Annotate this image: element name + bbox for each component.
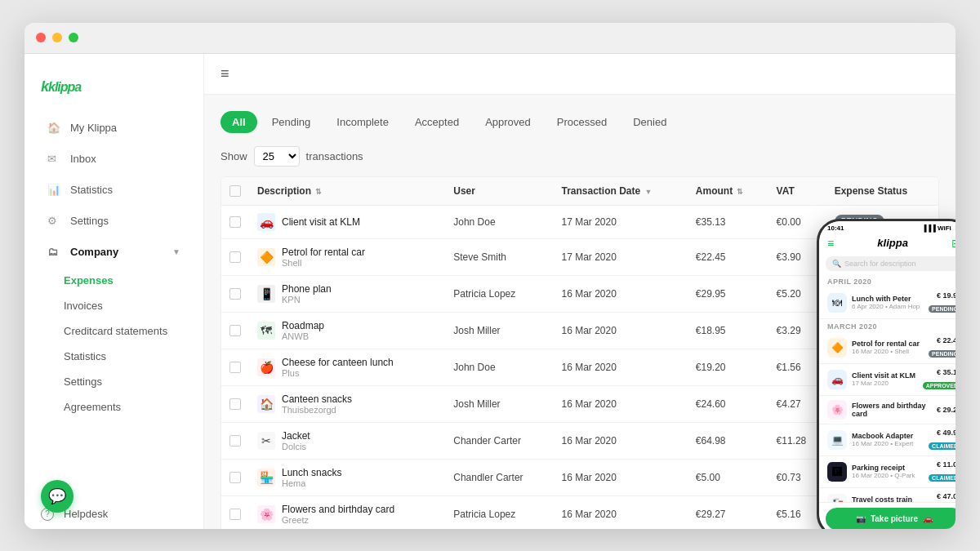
phone-item-info: Flowers and birthday card — [852, 402, 932, 418]
row-date: 16 Mar 2020 — [553, 312, 687, 349]
settings-icon: ⚙ — [47, 215, 60, 228]
phone-list-item[interactable]: 🌸 Flowers and birthday card € 29.27 — [819, 396, 956, 424]
row-checkbox[interactable] — [229, 435, 241, 447]
tab-pending[interactable]: Pending — [261, 111, 323, 133]
row-icon: 🏪 — [257, 469, 275, 487]
tab-accepted[interactable]: Accepted — [403, 111, 470, 133]
sidebar-item-inbox[interactable]: ✉ Inbox — [31, 144, 197, 174]
maximize-dot[interactable] — [69, 33, 78, 42]
row-user: Steve Smith — [445, 238, 553, 275]
sidebar-item-company[interactable]: 🗂 Company ▼ — [31, 238, 197, 267]
row-user: John Doe — [445, 349, 553, 385]
row-amount: €64.98 — [688, 422, 768, 459]
sidebar-item-agreements[interactable]: Agreements — [24, 394, 203, 420]
row-checkbox-cell — [221, 312, 249, 349]
phone-logo: klippa — [877, 237, 908, 249]
row-checkbox[interactable] — [229, 362, 241, 373]
phone-item-info: Macbook Adapter 16 Mar 2020 • Expert — [852, 432, 924, 447]
phone-item-info: Travel costs train 14 Mar 2020 • Expert — [852, 495, 929, 502]
phone-search-bar[interactable]: 🔍 Search for description — [826, 256, 956, 271]
phone-list-item[interactable]: 💻 Macbook Adapter 16 Mar 2020 • Expert €… — [819, 424, 956, 456]
row-date: 16 Mar 2020 — [553, 349, 687, 385]
row-description-cell: 🚗 Client visit at KLM — [249, 205, 445, 238]
row-date: 16 Mar 2020 — [553, 495, 687, 529]
row-checkbox[interactable] — [229, 216, 241, 228]
row-description-cell: 🍎 Cheese for canteen lunch Plus — [249, 349, 445, 385]
phone-list-item[interactable]: 🅿 Parking receipt 16 Mar 2020 • Q-Park €… — [819, 456, 956, 488]
sort-arrow-date: ▼ — [645, 188, 653, 196]
browser-body: kklippa 🏠 My Klippa ✉ Inbox 📊 Statistics… — [24, 54, 956, 529]
row-amount: €35.13 — [688, 205, 768, 238]
row-checkbox[interactable] — [229, 398, 241, 410]
sidebar-item-creditcard[interactable]: Creditcard statements — [24, 318, 203, 344]
phone-item-amount: € 11.00 — [929, 460, 956, 469]
row-checkbox-cell — [221, 349, 249, 385]
amount-header[interactable]: Amount ⇅ — [688, 177, 768, 206]
phone-item-icon: 💻 — [827, 430, 847, 450]
row-icon: 🔶 — [257, 248, 275, 266]
phone-list-item[interactable]: 🍽 Lunch with Peter 6 Apr 2020 • Adam Hop… — [819, 287, 956, 319]
phone-list-item[interactable]: 🔶 Petrol for rental car 16 Mar 2020 • Sh… — [819, 332, 956, 364]
row-date: 16 Mar 2020 — [553, 275, 687, 312]
phone-search-placeholder: Search for description — [844, 260, 916, 268]
phone-item-amount: € 19.93 — [929, 291, 956, 300]
row-user: Patricia Lopez — [445, 275, 553, 312]
sidebar-item-settings-sub[interactable]: Settings — [24, 369, 203, 394]
row-icon: 🌸 — [257, 505, 275, 523]
sidebar-item-statistics[interactable]: 📊 Statistics — [31, 176, 197, 205]
sidebar-item-statistics-sub[interactable]: Statistics — [24, 344, 203, 369]
take-picture-button[interactable]: 📷 Take picture 🚗 — [826, 508, 956, 529]
close-dot[interactable] — [36, 33, 46, 42]
phone-item-badge: CLAIMED — [929, 442, 956, 450]
phone-item-name: Travel costs train — [852, 495, 929, 502]
chat-icon: 💬 — [48, 487, 66, 505]
phone-bottom-bar: 📷 Take picture 🚗 — [819, 502, 956, 529]
tab-approved[interactable]: Approved — [474, 111, 542, 133]
tab-denied[interactable]: Denied — [621, 111, 678, 133]
sidebar-item-settings[interactable]: ⚙ Settings — [31, 207, 197, 236]
hamburger-menu[interactable]: ≡ — [220, 65, 229, 82]
phone-item-info: Lunch with Peter 6 Apr 2020 • Adam Hop — [852, 295, 924, 310]
phone-list-item[interactable]: 🚂 Travel costs train 14 Mar 2020 • Exper… — [819, 488, 956, 502]
phone-item-sub: 16 Mar 2020 • Q-Park — [852, 472, 924, 479]
tab-incomplete[interactable]: Incomplete — [325, 111, 400, 133]
row-checkbox[interactable] — [229, 472, 241, 483]
phone-grid-icon[interactable]: ⊞ — [951, 237, 956, 250]
row-user: Josh Miller — [445, 312, 553, 349]
phone-item-sub: 17 Mar 2020 — [852, 380, 918, 387]
row-date: 16 Mar 2020 — [553, 459, 687, 495]
sidebar-item-my-klippa[interactable]: 🏠 My Klippa — [31, 113, 197, 143]
phone-menu-icon[interactable]: ≡ — [827, 237, 834, 250]
row-description-cell: 🏪 Lunch snacks Hema — [249, 459, 445, 495]
date-header[interactable]: Transaction Date ▼ — [553, 177, 687, 206]
select-all-checkbox[interactable] — [229, 185, 241, 197]
minimize-dot[interactable] — [52, 33, 62, 42]
phone-header: ≡ klippa ⊞ — [819, 233, 956, 253]
row-checkbox[interactable] — [229, 509, 241, 520]
sidebar-item-invoices[interactable]: Invoices — [24, 293, 203, 318]
chat-button[interactable]: 💬 — [41, 480, 74, 513]
row-icon: 🍎 — [257, 358, 275, 376]
sidebar-item-expenses[interactable]: Expenses — [24, 268, 203, 293]
tab-processed[interactable]: Processed — [546, 111, 618, 133]
row-checkbox[interactable] — [229, 251, 241, 263]
tab-all[interactable]: All — [220, 111, 257, 133]
row-user: Chandler Carter — [445, 459, 553, 495]
row-checkbox[interactable] — [229, 325, 241, 336]
phone-list-item[interactable]: 🚗 Client visit at KLM 17 Mar 2020 € 35.1… — [819, 364, 956, 396]
row-checkbox[interactable] — [229, 288, 241, 300]
row-name: Flowers and birthday card — [282, 504, 394, 515]
inbox-icon: ✉ — [47, 153, 60, 166]
transactions-per-page-select[interactable]: 25 50 100 — [254, 146, 300, 167]
row-amount: €5.00 — [688, 459, 768, 495]
phone-item-icon: 🚂 — [827, 494, 847, 502]
phone-item-info: Parking receipt 16 Mar 2020 • Q-Park — [852, 464, 924, 479]
row-checkbox-cell — [221, 385, 249, 422]
phone-signal: ▐▐▐ WiFi 🔋 — [922, 224, 956, 232]
description-header[interactable]: Description ⇅ — [249, 177, 445, 206]
row-amount: €24.60 — [688, 385, 768, 422]
sort-arrow-description: ⇅ — [315, 188, 322, 196]
phone-item-icon: 🍽 — [827, 293, 847, 313]
row-name: Petrol for rental car — [282, 247, 365, 258]
phone-mockup: 10:41 ▐▐▐ WiFi 🔋 ≡ klippa ⊞ 🔍 Search for… — [817, 219, 956, 529]
